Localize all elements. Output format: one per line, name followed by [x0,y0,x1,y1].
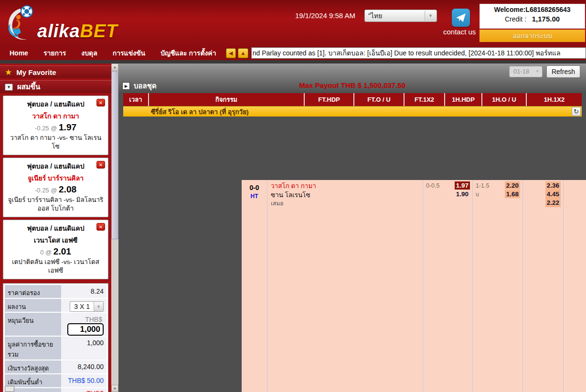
parlay-header[interactable]: ▼ ผสมขึ้น [0,80,111,93]
language-select[interactable]: "ไทย ▼ [364,10,437,22]
bet-odds: 1.97 [59,122,76,132]
header-datetime: 19/1/2024 9:58 AM [295,11,355,20]
my-favorite-label: My Favorite [16,68,56,76]
bet-slip: ฟุตบอล / แฮนดิแคป✕วาสโก ดา กามา-0.25 @ 1… [3,95,108,155]
page: alikaBET 19/1/2024 9:58 AM "ไทย ▼ contac… [0,0,586,392]
collapse-icon[interactable]: ▼ [5,84,13,91]
currency-label: THB$ [85,316,102,323]
bet-pick-team: เวนาโดส เอฟซี [6,235,105,245]
result-select[interactable]: 3 X 1▼ [70,301,104,312]
title-row: ▶ บอลชุด Max Payout THB $ 1,500,037.50 [118,79,586,92]
telegram-icon[interactable] [452,9,470,27]
ft-hdp-cell: 0-0.51.971.90 [423,180,473,392]
collapsed-panel-icon[interactable] [5,386,14,392]
bet-slips: ฟุตบอล / แฮนดิแคป✕วาสโก ดา กามา-0.25 @ 1… [0,95,111,279]
bet-form: ราคาต่อรอง8.24ผลงาน3 X 1▼หมุนเวียนTHB$มู… [3,283,108,392]
credit-line: Credit : 1,175.00 [480,15,585,23]
divider-strip [0,60,586,64]
bet-category: ฟุตบอล / แฮนดิแคป [27,100,84,108]
nav-item-home[interactable]: Home [0,49,36,57]
close-icon[interactable]: ✕ [96,161,105,169]
sidebar: ★ My Favorite ▼ ผสมขึ้น ฟุตบอล / แฮนดิแค… [0,64,111,392]
col-header-activity: กิจกรรม [149,93,305,106]
bet-pick-team: วาสโก ดา กามา [6,111,105,121]
ft-1x2-cell: 2.364.452.22 [523,180,564,392]
play-icon[interactable]: ▶ [122,82,130,90]
form-value-cell: 8,240.00 [61,360,107,373]
close-icon[interactable]: ✕ [96,223,105,231]
bet-slip: ฟุตบอล / แฮนดิแคป✕จูเนียร์ บาร์รานคิลา-0… [3,158,108,217]
ft-hdp-line: 0-0.5 [426,181,445,190]
close-icon[interactable]: ✕ [96,99,105,106]
chevron-down-icon: ▼ [533,67,542,76]
ft-1x2-odds[interactable]: 4.45 [547,190,559,199]
form-row: ผลงาน3 X 1▼ [5,299,107,312]
chevron-down-icon[interactable]: ▼ [425,11,436,21]
ft-ou-odds[interactable]: 2.20 [505,181,520,190]
bet-line: -0.25 @ 1.97 [6,122,105,133]
1h-hdp-cell [564,180,586,392]
date-filter-select[interactable]: 01-18 ▼ [509,66,543,77]
scrollbar-thumb[interactable] [111,71,118,239]
activity-cell: วาสโก ดา กามาซาน โลเรนโซเสมอ [267,180,423,392]
ft-ou-odds[interactable]: 1.68 [505,190,520,198]
league-refresh-icon[interactable]: ↻ [572,107,581,116]
form-label: หมุนเวียน [5,313,61,336]
nav-item-matches[interactable]: การแข่งขัน [105,48,153,58]
filter-row: 01-18 ▼ Refresh [118,64,586,79]
ft-hdp-odds[interactable]: 1.90 [455,190,470,198]
draw-label[interactable]: เสมอ [271,200,423,208]
account-panel: Welcome:L68168265643 Credit : 1,175.00 [479,4,585,29]
nav-item-balance[interactable]: งบดุล [74,48,105,58]
logout-button[interactable]: ออกจากระบบ [479,30,585,42]
ft-1x2-odds[interactable]: 2.36 [547,181,559,190]
col-header-ft-1x2: FT.1X2 [405,93,445,106]
form-value: 8.24 [91,287,104,295]
announcement-ticker: nd Parlay counted as [1]. บาสเก็ตบอล: [เ… [251,47,586,59]
scroll-down-icon[interactable]: ▼ [111,385,118,392]
form-value-cell: THB$90,002.00 [61,388,107,392]
contact-us-label[interactable]: contact us [443,28,476,36]
form-row: มูลค่าการซื้อขายรวม1,000 [5,337,107,360]
form-row: เดิมพันขั้นต่ำTHB$ 50.00 [5,374,107,387]
my-favorite-header[interactable]: ★ My Favorite [0,65,111,78]
form-label: ผลงาน [5,299,61,312]
nav-item-list[interactable]: รายการ [36,48,74,58]
col-header-1h-1x2: 1H.1X2 [527,93,582,106]
odds-table-header: เวลา กิจกรรม FT.HDP FT.O / U FT.1X2 1H.H… [123,93,582,106]
form-value: 8,240.00 [78,363,104,371]
ft-ou-under-marker: u [476,190,495,199]
bet-line: 0 @ 2.01 [6,246,105,257]
ft-1x2-odds[interactable]: 2.22 [547,199,559,207]
scroll-up-icon[interactable]: ▲ [111,64,118,71]
away-team[interactable]: ซาน โลเรนโซ [271,191,423,200]
logo-icon [6,3,36,45]
ticker-left-arrow-icon[interactable]: ◀ [226,48,236,58]
form-row: หมุนเวียนTHB$ [5,313,107,336]
refresh-button[interactable]: Refresh [546,65,580,78]
form-value-cell: THB$ [61,313,107,336]
result-select-value: 3 X 1 [70,303,94,310]
header: alikaBET 19/1/2024 9:58 AM "ไทย ▼ contac… [0,0,586,46]
page-title: บอลชุด [134,80,157,92]
bet-slip-head: ฟุตบอล / แฮนดิแคป✕ [6,99,105,109]
bet-odds: 2.01 [53,246,71,256]
col-header-time: เวลา [123,93,149,106]
logo: alikaBET [6,2,149,45]
form-label: เงินรางวัลสูงสุด [5,360,61,373]
bet-handicap: -0.25 @ [35,125,59,132]
sidebar-scrollbar[interactable]: ▲ ▼ [111,64,118,392]
ft-hdp-odds[interactable]: 1.97 [455,181,470,190]
bet-slip: ฟุตบอล / แฮนดิแคป✕เวนาโดส เอฟซี0 @ 2.01เ… [3,220,108,279]
nav-item-account-settings[interactable]: บัญชีและ การตั้งค่า [153,48,224,58]
stake-input[interactable] [67,323,104,336]
form-value: 1,000 [87,339,104,347]
ticker-up-arrow-icon[interactable]: ▲ [238,48,248,58]
form-label: มูลค่าการซื้อขายรวม [5,337,61,360]
home-team[interactable]: วาสโก ดา กามา [271,181,423,191]
col-header-1h-hdp: 1H.HDP [445,93,482,106]
credit-label: Credit : [505,15,526,23]
ft-ou-line: 1-1.5 [476,181,495,190]
odds-table: เวลา กิจกรรม FT.HDP FT.O / U FT.1X2 1H.H… [123,93,582,392]
chevron-down-icon[interactable]: ▼ [94,302,103,311]
